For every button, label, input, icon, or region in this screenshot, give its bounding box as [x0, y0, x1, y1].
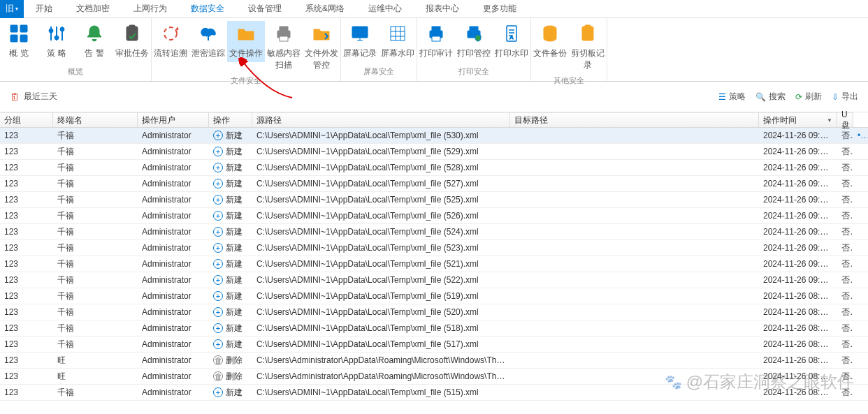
- column-header-term[interactable]: 终端名: [53, 112, 138, 127]
- tab-7[interactable]: 报表中心: [414, 0, 471, 18]
- cell-group: 123: [0, 275, 53, 285]
- table-row[interactable]: 123千禧Administrator+新建C:\Users\ADMINI~1\A…: [0, 304, 868, 320]
- cell-user: Administrator: [138, 387, 209, 397]
- column-header-tgt[interactable]: 目标路径: [510, 112, 759, 127]
- row-more-button[interactable]: •••: [853, 131, 867, 140]
- cell-time: 2024-11-26 08:49:06: [759, 323, 837, 333]
- column-header-group[interactable]: 分组: [0, 112, 53, 127]
- cell-user: Administrator: [138, 323, 209, 333]
- add-icon: +: [213, 211, 223, 221]
- table-row[interactable]: 123千禧Administrator+新建C:\Users\ADMINI~1\A…: [0, 144, 868, 160]
- file-out-button[interactable]: 文件外发管控: [303, 21, 340, 74]
- column-header-time[interactable]: 操作时间▼: [759, 112, 837, 127]
- cell-usb: 否: [837, 130, 853, 142]
- table-row[interactable]: 123旺Administrator🗑删除C:\Users\Administrat…: [0, 353, 868, 369]
- file-backup-button[interactable]: 文件备份: [531, 21, 569, 62]
- policy-button[interactable]: 策 略: [38, 21, 75, 62]
- print-audit-button[interactable]: 打印审计: [417, 21, 455, 62]
- export-btn[interactable]: ⇩导出: [832, 91, 858, 103]
- table-row[interactable]: 123千禧Administrator+新建C:\Users\ADMINI~1\A…: [0, 192, 868, 208]
- tab-1[interactable]: 文档加密: [64, 0, 122, 18]
- cell-source-path: C:\Users\ADMINI~1\AppData\Local\Temp\xml…: [252, 211, 510, 221]
- table-row[interactable]: 123旺Administrator🗑删除C:\Users\Administrat…: [0, 369, 868, 385]
- cell-operation: +新建: [209, 210, 252, 222]
- cell-source-path: C:\Users\ADMINI~1\AppData\Local\Temp\xml…: [252, 339, 510, 349]
- printer-shield-icon: [464, 24, 484, 43]
- search-btn[interactable]: 🔍搜索: [755, 91, 786, 103]
- cell-usb: 否: [837, 371, 853, 383]
- cell-terminal: 千禧: [53, 162, 138, 174]
- print-ctrl-button[interactable]: 打印管控: [455, 21, 493, 62]
- cell-group: 123: [0, 147, 53, 156]
- cell-usb: 否: [837, 162, 853, 174]
- cell-source-path: C:\Users\ADMINI~1\AppData\Local\Temp\xml…: [252, 387, 510, 397]
- clipboard-rec-button[interactable]: 剪切板记录: [569, 21, 607, 74]
- svg-rect-17: [432, 36, 440, 41]
- cycle-icon: [161, 24, 180, 43]
- refresh-btn[interactable]: ⟳刷新: [795, 91, 822, 103]
- tab-8[interactable]: 更多功能: [471, 0, 528, 18]
- cell-group: 123: [0, 227, 53, 237]
- grid2-icon: [388, 24, 407, 43]
- sort-desc-icon: ▼: [827, 117, 832, 124]
- table-row[interactable]: 123千禧Administrator+新建C:\Users\ADMINI~1\A…: [0, 160, 868, 176]
- cell-terminal: 千禧: [53, 274, 138, 286]
- file-op-button[interactable]: 文件操作: [227, 21, 265, 62]
- cell-user: Administrator: [138, 259, 209, 269]
- table-row[interactable]: 123千禧Administrator+新建C:\Users\ADMINI~1\A…: [0, 256, 868, 272]
- old-version-button[interactable]: 旧: [0, 0, 24, 18]
- add-icon: +: [213, 131, 223, 140]
- cell-source-path: C:\Users\ADMINI~1\AppData\Local\Temp\xml…: [252, 163, 510, 172]
- cell-source-path: C:\Users\Administrator\AppData\Roaming\M…: [252, 371, 510, 381]
- cell-usb: 否: [837, 242, 853, 254]
- table-row[interactable]: 123千禧Administrator+新建C:\Users\ADMINI~1\A…: [0, 240, 868, 256]
- add-icon: +: [213, 307, 223, 317]
- table-row[interactable]: 123千禧Administrator+新建C:\Users\ADMINI~1\A…: [0, 176, 868, 192]
- cell-operation: +新建: [209, 226, 252, 238]
- cell-usb: 否: [837, 210, 853, 222]
- cell-source-path: C:\Users\ADMINI~1\AppData\Local\Temp\xml…: [252, 243, 510, 253]
- screen-rec-button[interactable]: 屏幕记录: [341, 21, 379, 62]
- column-header-usb[interactable]: U盘: [837, 112, 853, 127]
- policy-btn[interactable]: ☰策略: [718, 91, 746, 103]
- column-header-op[interactable]: 操作: [209, 112, 252, 127]
- table-row[interactable]: 123千禧Administrator+新建C:\Users\ADMINI~1\A…: [0, 224, 868, 240]
- leak-trace-button[interactable]: 泄密追踪: [189, 21, 227, 62]
- svg-rect-24: [585, 25, 591, 29]
- svg-point-5: [55, 36, 59, 40]
- table-row[interactable]: 123千禧Administrator+新建C:\Users\ADMINI~1\A…: [0, 337, 868, 353]
- tab-3[interactable]: 数据安全: [179, 0, 236, 18]
- cell-operation: +新建: [209, 323, 252, 334]
- screen-wm-button[interactable]: 屏幕水印: [379, 21, 417, 62]
- cell-group: 123: [0, 195, 53, 205]
- alarm-button[interactable]: 告 警: [75, 21, 113, 62]
- column-header-src[interactable]: 源路径: [252, 112, 510, 127]
- tab-5[interactable]: 系统&网络: [294, 0, 356, 18]
- monitor-icon: [350, 24, 370, 43]
- table-row[interactable]: 123千禧Administrator+新建C:\Users\ADMINI~1\A…: [0, 208, 868, 224]
- tab-6[interactable]: 运维中心: [356, 0, 414, 18]
- approval-button[interactable]: 审批任务: [113, 21, 151, 62]
- print-wm-button[interactable]: A打印水印: [493, 21, 530, 62]
- overview-button[interactable]: 概 览: [0, 21, 38, 62]
- cell-source-path: C:\Users\Administrator\AppData\Roaming\M…: [252, 355, 510, 365]
- table-row[interactable]: 123千禧Administrator+新建C:\Users\ADMINI~1\A…: [0, 320, 868, 337]
- table-row[interactable]: 123千禧Administrator+新建C:\Users\ADMINI~1\A…: [0, 385, 868, 401]
- tab-4[interactable]: 设备管理: [236, 0, 294, 18]
- add-icon: +: [213, 243, 223, 253]
- dlp-scan-button[interactable]: 敏感内容扫描: [265, 21, 303, 74]
- cell-usb: 否: [837, 274, 853, 286]
- column-header-user[interactable]: 操作用户: [138, 112, 209, 127]
- cloud-up-icon: [198, 24, 218, 43]
- table-row[interactable]: 123千禧Administrator+新建C:\Users\ADMINI~1\A…: [0, 272, 868, 288]
- cell-user: Administrator: [138, 371, 209, 381]
- table-row[interactable]: 123千禧Administrator+新建C:\Users\ADMINI~1\A…: [0, 128, 868, 144]
- flow-trace-button[interactable]: 流转追溯: [152, 21, 189, 62]
- svg-rect-2: [10, 35, 17, 42]
- tab-0[interactable]: 开始: [24, 0, 64, 18]
- table-row[interactable]: 123千禧Administrator+新建C:\Users\ADMINI~1\A…: [0, 288, 868, 304]
- delete-icon: 🗑: [213, 355, 223, 365]
- svg-text:A: A: [509, 34, 514, 40]
- cell-terminal: 千禧: [53, 242, 138, 254]
- tab-2[interactable]: 上网行为: [122, 0, 179, 18]
